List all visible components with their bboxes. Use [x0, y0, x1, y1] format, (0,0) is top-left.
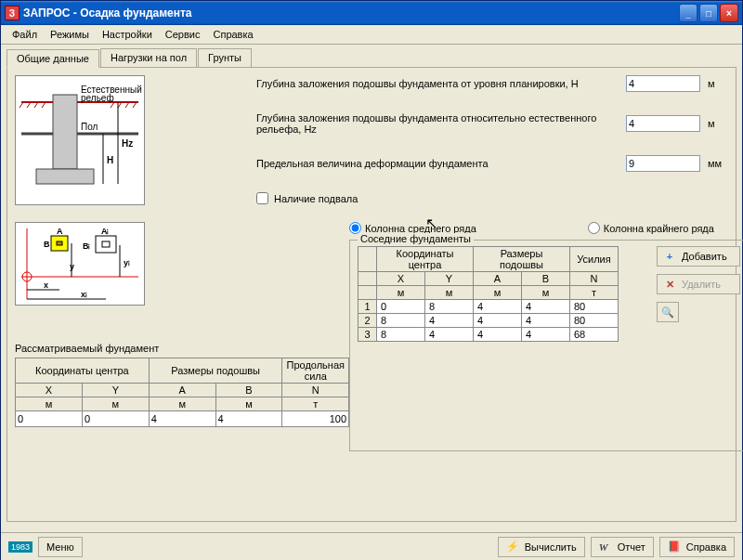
delete-button[interactable]: ✕ Удалить: [657, 274, 740, 294]
label-basement: Наличие подвала: [274, 193, 358, 204]
svg-text:Пол: Пол: [81, 122, 98, 132]
menu-help[interactable]: Справка: [207, 27, 258, 42]
svg-text:x: x: [44, 280, 48, 290]
input-limit-def[interactable]: [626, 155, 700, 172]
add-button[interactable]: + Добавить: [657, 246, 740, 267]
unit-depth-h: м: [708, 78, 728, 89]
main-hdr-size: Размеры подошвы: [149, 358, 282, 384]
table-row[interactable]: 2 8 4 4 4 80: [358, 314, 619, 328]
svg-text:H: H: [107, 155, 113, 165]
calculate-button[interactable]: ⚡ Вычислить: [498, 537, 585, 557]
table-row[interactable]: 1 0 8 4 4 80: [358, 300, 619, 314]
plus-icon: +: [663, 251, 676, 262]
menu-service[interactable]: Сервис: [160, 27, 206, 42]
tab-general[interactable]: Общие данные: [7, 49, 99, 68]
svg-text:Hz: Hz: [122, 138, 133, 149]
neighbor-legend: Соседние фундаменты: [358, 233, 474, 244]
foundation-diagram-1: Естественный рельеф Пол Hz H: [15, 75, 145, 205]
main-hdr-coords: Координаты центра: [16, 358, 150, 384]
magnifier-icon: 🔍: [661, 306, 674, 319]
label-limit-def: Предельная величина деформации фундамент…: [256, 158, 626, 169]
svg-rect-10: [53, 95, 77, 169]
menubar: Файл Режимы Настройки Сервис Справка: [1, 25, 742, 45]
minimize-button[interactable]: _: [679, 4, 697, 22]
menu-modes[interactable]: Режимы: [45, 27, 95, 42]
titlebar: З ЗАПРОС - Осадка фундамента _ □ ×: [1, 1, 742, 25]
svg-text:xᵢ: xᵢ: [81, 290, 87, 299]
main-y[interactable]: [83, 411, 149, 426]
neighbor-table: Координаты центра Размеры подошвы Усилия…: [358, 246, 619, 342]
svg-text:Bᵢ: Bᵢ: [83, 241, 91, 251]
input-depth-h[interactable]: [626, 75, 700, 92]
foundation-diagram-2: A B Aᵢ Bᵢ x xᵢ y yᵢ: [15, 222, 145, 306]
main-fund-title: Рассматриваемый фундамент: [15, 343, 349, 354]
main-fund-table: Координаты центра Размеры подошвы Продол…: [15, 358, 349, 427]
svg-text:рельеф: рельеф: [81, 93, 114, 103]
bolt-icon: ⚡: [506, 540, 519, 553]
main-b[interactable]: [216, 411, 282, 426]
svg-rect-11: [36, 169, 94, 184]
book-icon: 📕: [668, 540, 681, 553]
checkbox-basement[interactable]: [256, 192, 268, 204]
unit-limit-def: мм: [708, 158, 728, 169]
main-n[interactable]: [282, 411, 348, 426]
main-x[interactable]: [16, 411, 82, 426]
unit-depth-hz: м: [708, 118, 728, 129]
report-button[interactable]: W Отчет: [591, 537, 654, 557]
svg-text:y: y: [70, 262, 74, 271]
main-hdr-force: Продольная сила: [282, 358, 349, 384]
tab-loads[interactable]: Нагрузки на пол: [100, 48, 197, 67]
table-row[interactable]: 3 8 4 4 4 68: [358, 328, 619, 342]
app-icon: З: [5, 6, 20, 20]
footer-menu-button[interactable]: Меню: [38, 537, 83, 557]
input-depth-hz[interactable]: [626, 115, 700, 132]
tab-soils[interactable]: Грунты: [198, 48, 252, 67]
label-depth-hz: Глубина заложения подошвы фундамента отн…: [256, 112, 626, 135]
svg-text:yᵢ: yᵢ: [124, 258, 130, 267]
svg-text:Aᵢ: Aᵢ: [101, 227, 110, 236]
main-a[interactable]: [150, 411, 215, 426]
close-button[interactable]: ×: [720, 4, 738, 22]
footer-year-icon: 1983: [8, 541, 33, 553]
x-icon: ✕: [663, 279, 676, 291]
svg-text:B: B: [44, 240, 50, 249]
svg-rect-26: [57, 241, 62, 245]
preview-button[interactable]: 🔍: [657, 302, 679, 322]
menu-settings[interactable]: Настройки: [97, 27, 158, 42]
window-title: ЗАПРОС - Осадка фундамента: [23, 7, 679, 20]
label-depth-h: Глубина заложения подошвы фундамента от …: [256, 78, 626, 89]
menu-file[interactable]: Файл: [7, 27, 43, 42]
maximize-button[interactable]: □: [699, 4, 718, 22]
report-icon: W: [599, 541, 612, 553]
svg-text:A: A: [57, 227, 63, 236]
radio-edge-column[interactable]: Колонна крайнего ряда: [588, 222, 714, 234]
help-button[interactable]: 📕 Справка: [659, 537, 735, 557]
